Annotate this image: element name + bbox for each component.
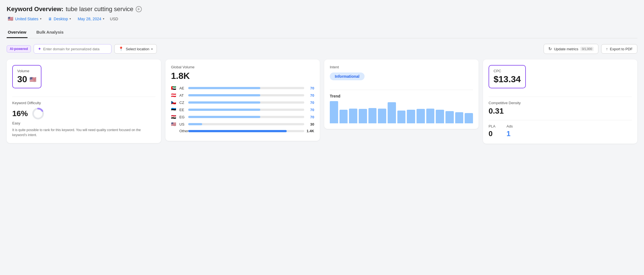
- update-counter: 0/1,000: [580, 47, 594, 51]
- intent-label: Intent: [330, 65, 473, 69]
- country-at-row: 🇦🇹 AT 70: [171, 93, 314, 98]
- intent-card: Intent Informational Trend: [324, 59, 479, 129]
- location-label: Select location: [126, 47, 149, 51]
- kd-row: 16%: [12, 107, 155, 120]
- cz-bar: [188, 101, 304, 104]
- title-prefix: Keyword Overview:: [7, 6, 63, 13]
- page-title: Keyword Overview: tube laser cutting ser…: [7, 6, 637, 13]
- global-volume-value: 1.8K: [171, 71, 314, 81]
- us-flag-icon: 🇺🇸: [29, 76, 36, 83]
- ee-val: 70: [306, 108, 314, 112]
- trend-chart: [330, 101, 473, 123]
- trend-bar: [330, 101, 338, 123]
- filters-row: 🇺🇸 United States ▾ 🖥 Desktop ▾ May 28, 2…: [7, 16, 637, 22]
- country-cz-row: 🇨🇿 CZ 70: [171, 100, 314, 105]
- domain-input[interactable]: [43, 47, 107, 51]
- add-keyword-icon[interactable]: +: [136, 6, 142, 12]
- chevron-down-icon: ▾: [70, 17, 71, 20]
- ae-val: 70: [306, 86, 314, 90]
- cpc-label: CPC: [494, 69, 521, 73]
- divider: [330, 90, 473, 90]
- pla-column: PLA 0: [489, 124, 496, 138]
- other-bar: [188, 130, 304, 132]
- pla-label: PLA: [489, 124, 496, 128]
- ee-flag: 🇪🇪: [171, 107, 177, 112]
- divider: [489, 97, 632, 97]
- page-header: Keyword Overview: tube laser cutting ser…: [7, 6, 637, 22]
- us-val: 30: [306, 122, 314, 126]
- eg-val: 70: [306, 115, 314, 119]
- cz-val: 70: [306, 101, 314, 105]
- kd-label: Keyword Difficulty: [12, 101, 155, 105]
- cz-flag: 🇨🇿: [171, 100, 177, 105]
- country-label: United States: [15, 17, 38, 21]
- kd-description: It is quite possible to rank for this ke…: [12, 128, 155, 138]
- volume-card: Volume 30 🇺🇸 Keyword Difficulty 16% Easy…: [7, 59, 161, 143]
- volume-value: 30 🇺🇸: [17, 74, 36, 84]
- country-flag: 🇺🇸: [8, 16, 13, 21]
- chevron-down-icon: ▾: [103, 17, 104, 20]
- trend-bar: [349, 109, 357, 123]
- country-ae-row: 🇦🇪 AE 70: [171, 86, 314, 91]
- device-label: Desktop: [54, 17, 68, 21]
- update-label: Update metrics: [554, 47, 578, 51]
- device-filter[interactable]: 🖥 Desktop ▾: [47, 16, 72, 22]
- trend-bar: [465, 113, 473, 123]
- export-icon: [606, 47, 608, 51]
- cards-grid: Volume 30 🇺🇸 Keyword Difficulty 16% Easy…: [7, 59, 637, 144]
- export-pdf-button[interactable]: Export to PDF: [601, 44, 637, 54]
- volume-label: Volume: [17, 69, 36, 73]
- at-code: AT: [179, 93, 186, 98]
- kd-ring-chart: [32, 107, 44, 120]
- location-select[interactable]: 📍 Select location ▾: [114, 44, 157, 54]
- ae-flag: 🇦🇪: [171, 86, 177, 91]
- chevron-down-icon: ▾: [40, 17, 41, 20]
- trend-bar: [340, 110, 348, 123]
- other-val: 1.4K: [306, 129, 314, 133]
- ai-badge: AI-powered: [7, 45, 31, 52]
- export-label: Export to PDF: [610, 47, 633, 51]
- device-icon: 🖥: [48, 17, 52, 21]
- domain-input-wrap[interactable]: ✦: [34, 44, 112, 54]
- other-code: Other: [179, 129, 186, 133]
- trend-bar: [417, 109, 425, 123]
- at-bar: [188, 94, 304, 96]
- refresh-icon: [548, 46, 552, 51]
- toolbar-row: AI-powered ✦ 📍 Select location ▾ Update …: [7, 44, 637, 54]
- ee-code: EE: [179, 108, 186, 112]
- global-volume-card: Global Volume 1.8K 🇦🇪 AE 70 🇦🇹 AT 70 🇨🇿 …: [165, 59, 320, 141]
- trend-bar: [388, 102, 396, 123]
- ads-column: Ads 1: [507, 124, 513, 138]
- tab-bulk-analysis[interactable]: Bulk Analysis: [35, 27, 65, 38]
- sparkle-icon: ✦: [38, 46, 41, 51]
- date-filter[interactable]: May 28, 2024 ▾: [76, 16, 105, 22]
- trend-bar: [426, 109, 435, 123]
- us-flag: 🇺🇸: [171, 122, 177, 127]
- volume-box: Volume 30 🇺🇸: [12, 65, 41, 88]
- us-code: US: [179, 122, 186, 126]
- ae-bar: [188, 87, 304, 89]
- global-volume-title: Global Volume: [171, 65, 314, 69]
- currency-label: USD: [110, 17, 118, 21]
- kd-easy-label: Easy: [12, 121, 155, 125]
- tabs-row: Overview Bulk Analysis: [7, 27, 637, 38]
- cpc-card: CPC $13.34 Competitive Density 0.31 PLA …: [483, 59, 637, 144]
- ee-bar: [188, 109, 304, 111]
- country-filter[interactable]: 🇺🇸 United States ▾: [7, 16, 43, 22]
- tab-overview[interactable]: Overview: [7, 27, 28, 38]
- date-label: May 28, 2024: [78, 17, 101, 21]
- cd-value: 0.31: [489, 107, 632, 116]
- cd-label: Competitive Density: [489, 101, 632, 105]
- trend-bar: [368, 108, 377, 123]
- ads-value: 1: [507, 129, 513, 138]
- pla-value: 0: [489, 129, 496, 138]
- eg-flag: 🇪🇬: [171, 114, 177, 119]
- country-us-row: 🇺🇸 US 30: [171, 122, 314, 127]
- country-ee-row: 🇪🇪 EE 70: [171, 107, 314, 112]
- divider: [12, 97, 155, 97]
- eg-bar: [188, 116, 304, 118]
- at-flag: 🇦🇹: [171, 93, 177, 98]
- update-metrics-button[interactable]: Update metrics 0/1,000: [544, 44, 598, 54]
- cpc-box: CPC $13.34: [489, 65, 526, 88]
- trend-bar: [359, 109, 367, 123]
